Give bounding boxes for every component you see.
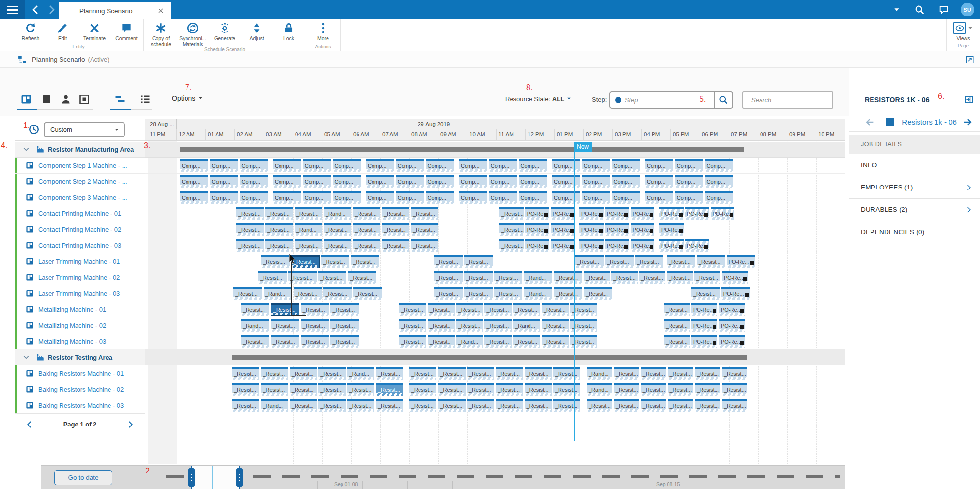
gantt-bar[interactable]: _Resist... <box>347 383 374 396</box>
slider-handle-left[interactable] <box>188 468 195 487</box>
tree-machine-row[interactable]: Contact Printing Machine - 02 <box>15 221 145 237</box>
gantt-bar[interactable]: _Resist... <box>697 255 725 268</box>
gantt-bar[interactable]: PO-Re... <box>719 303 745 316</box>
gantt-bar[interactable]: PO-Re... <box>719 319 745 332</box>
period-selector-caret[interactable] <box>109 123 124 136</box>
gantt-bar[interactable]: Comp... <box>552 159 580 172</box>
gantt-bar[interactable]: _Resist... <box>353 239 380 252</box>
gantt-bar[interactable]: Comp... <box>705 175 733 188</box>
gantt-bar[interactable]: PO-Re... <box>659 239 684 252</box>
gantt-bar[interactable]: _Resist... <box>464 287 493 300</box>
gantt-bar[interactable]: Comp... <box>705 191 733 204</box>
gantt-bar[interactable]: _Rand... <box>241 319 269 332</box>
gantt-bar[interactable]: _Resist... <box>664 335 690 348</box>
gantt-bar[interactable]: _Resist... <box>376 399 403 412</box>
gantt-bar[interactable]: PO-Re... <box>605 239 629 252</box>
gantt-bar[interactable]: _Resist... <box>438 399 465 412</box>
frame-view-icon[interactable] <box>78 94 90 105</box>
gantt-bar[interactable]: _Rand... <box>524 287 552 300</box>
gantt-bar[interactable]: _Resist... <box>290 367 317 380</box>
gantt-bar[interactable]: _Resist... <box>232 383 259 396</box>
avatar[interactable]: SU <box>961 3 974 16</box>
gantt-bar[interactable]: _Resist... <box>553 399 580 412</box>
gantt-bar[interactable]: Comp... <box>426 159 454 172</box>
gantt-bar[interactable]: Comp... <box>519 159 547 172</box>
gantt-bar[interactable]: Comp... <box>552 191 580 204</box>
previous-job-icon[interactable] <box>865 117 875 127</box>
period-selector[interactable]: Custom <box>44 122 125 137</box>
gantt-bar[interactable]: _Resist... <box>554 287 582 300</box>
gantt-bar[interactable]: Comp... <box>396 159 424 172</box>
gantt-bar[interactable]: Comp... <box>675 191 703 204</box>
gantt-bar[interactable]: _Resist... <box>261 367 288 380</box>
gantt-bar[interactable]: _Resist... <box>411 223 438 236</box>
gantt-bar[interactable]: _Resist... <box>271 335 299 348</box>
gantt-bar[interactable]: _Resist... <box>542 335 569 348</box>
options-dropdown[interactable]: Options <box>172 95 203 102</box>
gantt-bar[interactable]: PO-Re... <box>691 335 717 348</box>
gantt-bar[interactable]: _Resist... <box>323 287 352 300</box>
gantt-bar[interactable]: PO-Re... <box>631 223 655 236</box>
gantt-bar[interactable]: _Resist... <box>499 207 524 220</box>
gantt-bar[interactable]: _Resist... <box>353 287 382 300</box>
gantt-bar[interactable]: PO-Re... <box>722 271 748 284</box>
search-icon[interactable] <box>914 4 925 15</box>
tree-machine-row[interactable]: Laser Trimming Machine - 01 <box>15 253 145 269</box>
tree-machine-row[interactable]: Laser Trimming Machine - 03 <box>15 285 145 301</box>
tree-machine-row[interactable]: Metallizing Machine - 01 <box>15 301 145 317</box>
gantt-bar[interactable]: PO-Re... <box>719 335 745 348</box>
gantt-bar[interactable]: _Resist... <box>258 271 287 284</box>
gantt-bar[interactable]: _Resist... <box>542 303 569 316</box>
gantt-bar[interactable]: Comp... <box>489 191 517 204</box>
gantt-bar[interactable]: _Resist... <box>428 335 455 348</box>
gantt-bar[interactable]: _Rand... <box>456 335 483 348</box>
gantt-bar[interactable]: _Resist... <box>496 383 523 396</box>
gantt-bar[interactable]: _Resist... <box>584 287 612 300</box>
gantt-bar[interactable]: _Resist... <box>553 383 580 396</box>
gantt-bar[interactable]: _Resist... <box>265 207 293 220</box>
gantt-bar[interactable]: _Resist... <box>639 271 665 284</box>
back-icon[interactable] <box>30 4 42 16</box>
gantt-bar[interactable]: Comp... <box>240 191 268 204</box>
gantt-bar[interactable]: Comp... <box>519 191 547 204</box>
gantt-bar[interactable]: PO-Re... <box>691 319 717 332</box>
gantt-bar[interactable]: Comp... <box>210 191 238 204</box>
gantt-bar[interactable]: Comp... <box>180 159 208 172</box>
gantt-bar[interactable]: _Rand... <box>587 383 612 396</box>
gantt-bar[interactable]: _Resist... <box>409 367 436 380</box>
gantt-bar[interactable]: Comp... <box>273 191 301 204</box>
gantt-bar[interactable]: _Resist... <box>456 303 483 316</box>
gantt-bar[interactable]: Comp... <box>333 159 361 172</box>
gantt-bar[interactable]: PO-Re... <box>727 255 755 268</box>
gantt-bar[interactable]: _Resist... <box>318 383 345 396</box>
gantt-bar[interactable]: _Resist... <box>265 223 293 236</box>
gantt-bar[interactable]: PO-Re... <box>525 207 549 220</box>
gantt-bar[interactable]: _Resist... <box>553 367 580 380</box>
gantt-bar[interactable]: _Resist... <box>236 239 264 252</box>
views-button[interactable] <box>953 22 973 34</box>
gantt-bar[interactable]: _Resist... <box>668 383 693 396</box>
gantt-bar[interactable]: Comp... <box>273 175 301 188</box>
gantt-bar[interactable]: _Resist... <box>288 271 317 284</box>
gantt-bar[interactable]: _Resist... <box>399 335 426 348</box>
panel-item-employees[interactable]: EMPLOYEES (1) <box>849 176 980 199</box>
page-prev-icon[interactable] <box>25 420 34 429</box>
gantt-bar[interactable]: _Resist... <box>525 399 552 412</box>
tree-machine-row[interactable]: Component Step 3 Machine - ... <box>15 189 145 205</box>
block-view-icon[interactable] <box>41 94 52 105</box>
gantt-bar[interactable]: _Rand... <box>261 399 288 412</box>
gantt-bar[interactable]: Comp... <box>645 159 673 172</box>
gantt-bar[interactable]: _Resist... <box>464 255 493 268</box>
gantt-bar[interactable]: _Resist... <box>695 367 720 380</box>
refresh-button[interactable]: Refresh <box>15 19 47 44</box>
gantt-bar[interactable]: _Resist... <box>261 255 290 268</box>
gantt-bar[interactable]: _Resist... <box>295 239 322 252</box>
gantt-bar[interactable]: _Resist... <box>295 207 322 220</box>
gantt-bar[interactable]: Comp... <box>426 191 454 204</box>
gantt-bar[interactable]: _Resist... <box>232 367 259 380</box>
gantt-bar[interactable]: Comp... <box>612 191 640 204</box>
gantt-bar[interactable]: _Resist... <box>456 319 483 332</box>
gantt-bar[interactable]: _Resist... <box>542 319 569 332</box>
gantt-bar[interactable]: _Resist... <box>525 367 552 380</box>
gantt-bar[interactable]: _Resist... <box>575 255 604 268</box>
